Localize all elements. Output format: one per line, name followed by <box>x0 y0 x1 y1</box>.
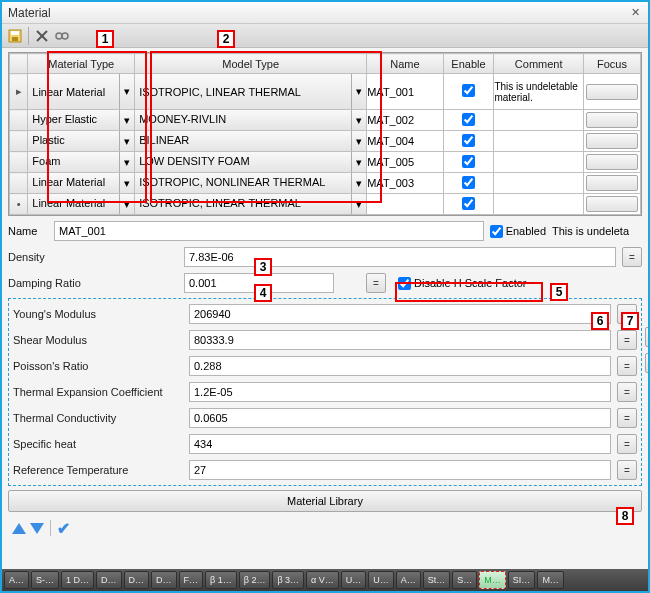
model-type-cell[interactable]: ISOTROPIC, LINEAR THERMAL▾ <box>135 194 367 215</box>
disable-h-label-wrap[interactable]: Disable H Scale Factor <box>398 277 527 290</box>
enabled-checkbox[interactable] <box>490 225 503 238</box>
col-material-type[interactable]: Material Type <box>28 54 135 74</box>
enable-cell[interactable] <box>443 110 494 131</box>
chevron-down-icon[interactable]: ▾ <box>120 194 134 214</box>
enable-checkbox[interactable] <box>462 113 475 126</box>
property-input[interactable] <box>189 356 611 376</box>
move-down-icon[interactable] <box>30 523 44 534</box>
property-input[interactable] <box>189 434 611 454</box>
enable-cell[interactable] <box>443 173 494 194</box>
damping-eq-button[interactable]: = <box>366 273 386 293</box>
close-icon[interactable]: ✕ <box>628 6 642 20</box>
name-cell[interactable]: MAT_003 <box>367 173 443 194</box>
task-item[interactable]: α V… <box>306 571 339 589</box>
material-library-button[interactable]: Material Library <box>8 490 642 512</box>
chevron-down-icon[interactable]: ▾ <box>120 152 134 172</box>
task-item[interactable]: D… <box>151 571 177 589</box>
table-row[interactable]: Linear Material▾ISOTROPIC, NONLINEAR THE… <box>10 173 641 194</box>
save-icon[interactable] <box>6 27 24 45</box>
property-input[interactable] <box>189 330 611 350</box>
chevron-down-icon[interactable]: ▾ <box>120 131 134 151</box>
name-input[interactable] <box>54 221 484 241</box>
apply-icon[interactable]: ✔ <box>57 519 70 538</box>
chevron-down-icon[interactable]: ▾ <box>352 74 366 109</box>
task-item[interactable]: 1 D… <box>61 571 94 589</box>
task-item[interactable]: β 2… <box>239 571 271 589</box>
task-item[interactable]: M… <box>479 571 506 589</box>
property-input[interactable] <box>189 382 611 402</box>
property-input[interactable] <box>189 460 611 480</box>
col-enable[interactable]: Enable <box>443 54 494 74</box>
enable-checkbox[interactable] <box>462 84 475 97</box>
disable-h-checkbox[interactable] <box>398 277 411 290</box>
chevron-down-icon[interactable]: ▾ <box>352 131 366 151</box>
table-row[interactable]: Foam▾LOW DENSITY FOAM▾MAT_005 <box>10 152 641 173</box>
task-item[interactable]: SI… <box>508 571 536 589</box>
nyu-button[interactable]: nyu <box>645 327 648 347</box>
task-item[interactable]: D… <box>124 571 150 589</box>
focus-button[interactable] <box>586 112 638 128</box>
task-item[interactable]: S… <box>452 571 477 589</box>
damping-input[interactable] <box>184 273 334 293</box>
taskbar[interactable]: A…S-…1 D…D…D…D…F…β 1…β 2…β 3…α V…U…U…A…S… <box>2 569 648 591</box>
property-input[interactable] <box>189 408 611 428</box>
material-type-cell[interactable]: Linear Material▾ <box>28 74 135 110</box>
enable-checkbox[interactable] <box>462 134 475 147</box>
name-cell[interactable]: MAT_005 <box>367 152 443 173</box>
property-eq-button[interactable]: = <box>617 356 637 376</box>
name-cell[interactable]: MAT_004 <box>367 131 443 152</box>
link-icon[interactable] <box>53 27 71 45</box>
table-row[interactable]: ▸Linear Material▾ISOTROPIC, LINEAR THERM… <box>10 74 641 110</box>
focus-button[interactable] <box>586 196 638 212</box>
task-item[interactable]: D… <box>96 571 122 589</box>
col-comment[interactable]: Comment <box>494 54 584 74</box>
focus-button[interactable] <box>586 175 638 191</box>
chevron-down-icon[interactable]: ▾ <box>120 74 134 109</box>
task-item[interactable]: M… <box>537 571 564 589</box>
property-eq-button[interactable]: = <box>617 460 637 480</box>
enable-cell[interactable] <box>443 194 494 215</box>
model-type-cell[interactable]: ISOTROPIC, LINEAR THERMAL▾ <box>135 74 367 110</box>
g-button[interactable]: G <box>645 353 648 373</box>
task-item[interactable]: A… <box>396 571 421 589</box>
material-type-cell[interactable]: Linear Material▾ <box>28 173 135 194</box>
task-item[interactable]: U… <box>368 571 394 589</box>
task-item[interactable]: St… <box>423 571 451 589</box>
task-item[interactable]: U… <box>341 571 367 589</box>
material-type-cell[interactable]: Plastic▾ <box>28 131 135 152</box>
enable-checkbox[interactable] <box>462 155 475 168</box>
material-grid[interactable]: Material Type Model Type Name Enable Com… <box>8 52 642 216</box>
name-cell[interactable]: MAT_002 <box>367 110 443 131</box>
delete-icon[interactable] <box>33 27 51 45</box>
focus-button[interactable] <box>586 154 638 170</box>
move-up-icon[interactable] <box>12 523 26 534</box>
density-eq-button[interactable]: = <box>622 247 642 267</box>
focus-button[interactable] <box>586 133 638 149</box>
property-eq-button[interactable]: = <box>617 434 637 454</box>
chevron-down-icon[interactable]: ▾ <box>352 194 366 214</box>
property-input[interactable] <box>189 304 611 324</box>
chevron-down-icon[interactable]: ▾ <box>120 173 134 193</box>
table-row[interactable]: Hyper Elastic▾MOONEY-RIVLIN▾MAT_002 <box>10 110 641 131</box>
name-cell[interactable]: MAT_001 <box>367 74 443 110</box>
density-input[interactable] <box>184 247 616 267</box>
table-row[interactable]: •Linear Material▾ISOTROPIC, LINEAR THERM… <box>10 194 641 215</box>
col-model-type[interactable]: Model Type <box>135 54 367 74</box>
property-eq-button[interactable]: = <box>617 382 637 402</box>
chevron-down-icon[interactable]: ▾ <box>352 152 366 172</box>
property-eq-button[interactable]: = <box>617 330 637 350</box>
enable-checkbox[interactable] <box>462 197 475 210</box>
task-item[interactable]: β 1… <box>205 571 237 589</box>
chevron-down-icon[interactable]: ▾ <box>352 173 366 193</box>
task-item[interactable]: F… <box>179 571 204 589</box>
enabled-check-label[interactable]: Enabled <box>490 225 546 238</box>
property-eq-button[interactable]: = <box>617 304 637 324</box>
name-cell[interactable] <box>367 194 443 215</box>
col-focus[interactable]: Focus <box>583 54 640 74</box>
task-item[interactable]: β 3… <box>272 571 304 589</box>
chevron-down-icon[interactable]: ▾ <box>352 110 366 130</box>
property-eq-button[interactable]: = <box>617 408 637 428</box>
enable-checkbox[interactable] <box>462 176 475 189</box>
model-type-cell[interactable]: MOONEY-RIVLIN▾ <box>135 110 367 131</box>
chevron-down-icon[interactable]: ▾ <box>120 110 134 130</box>
